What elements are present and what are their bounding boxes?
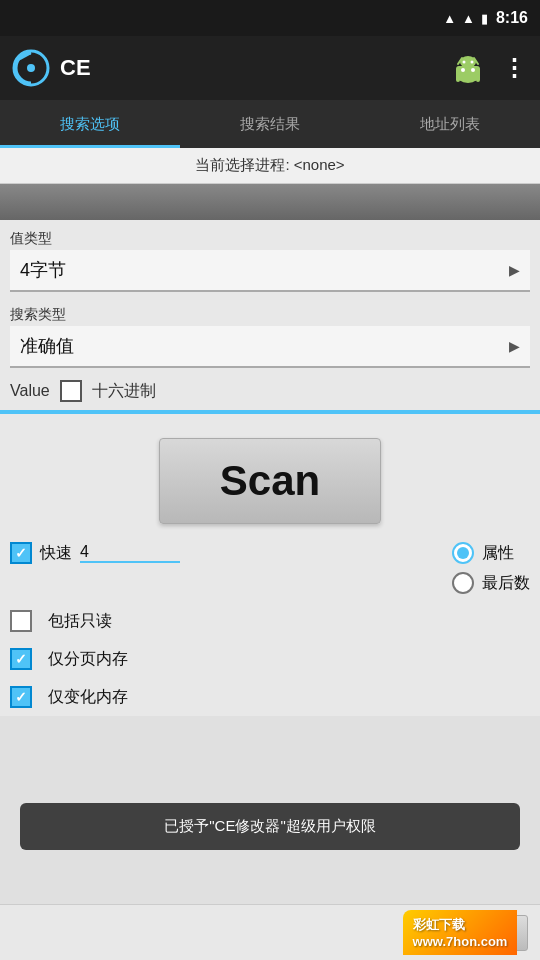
- fast-label: 快速: [40, 543, 72, 564]
- content-area: 当前选择进程: <none> 值类型 4字节 ▶ 搜索类型 准确值 ▶ Valu…: [0, 148, 540, 716]
- app-bar-left: CE: [12, 49, 91, 87]
- svg-point-5: [461, 68, 465, 72]
- include-readonly-row: 包括只读: [10, 606, 530, 636]
- watermark: 彩虹下载www.7hon.com: [380, 904, 540, 960]
- page-memory-row: 仅分页内存: [10, 644, 530, 674]
- search-type-dropdown[interactable]: 准确值 ▶: [10, 326, 530, 368]
- options-section: 快速 属性 最后数: [0, 534, 540, 602]
- readonly-option-row: 包括只读: [0, 602, 540, 640]
- scan-button[interactable]: Scan: [159, 438, 381, 524]
- tab-search-results[interactable]: 搜索结果: [180, 100, 360, 148]
- include-readonly-label: 包括只读: [48, 611, 112, 632]
- tab-search-options[interactable]: 搜索选项: [0, 100, 180, 148]
- app-bar-right: ⋮: [452, 52, 528, 84]
- tab-bar: 搜索选项 搜索结果 地址列表: [0, 100, 540, 148]
- svg-point-11: [471, 61, 474, 64]
- svg-point-10: [463, 61, 466, 64]
- change-memory-checkbox[interactable]: [10, 686, 32, 708]
- watermark-text: 彩虹下载www.7hon.com: [413, 916, 508, 949]
- scan-section: Scan: [0, 418, 540, 534]
- value-type-section: 值类型 4字节 ▶: [0, 220, 540, 292]
- slider-bar[interactable]: [0, 184, 540, 220]
- change-memory-label: 仅变化内存: [48, 687, 128, 708]
- last-number-label: 最后数: [482, 573, 530, 594]
- app-logo-icon: [12, 49, 50, 87]
- search-type-label: 搜索类型: [10, 306, 530, 324]
- status-icons: ▲ ▲ ▮: [443, 11, 488, 26]
- value-checkbox[interactable]: [60, 380, 82, 402]
- android-icon[interactable]: [452, 52, 484, 84]
- page-memory-label: 仅分页内存: [48, 649, 128, 670]
- svg-point-6: [471, 68, 475, 72]
- value-type-selected: 4字节: [20, 258, 66, 282]
- change-memory-option-row: 仅变化内存: [0, 678, 540, 716]
- bottom-bar: 重置扫 彩虹下载www.7hon.com: [0, 904, 540, 960]
- fast-checkbox[interactable]: [10, 542, 32, 564]
- toast-notification: 已授予"CE修改器"超级用户权限: [20, 803, 520, 850]
- property-label: 属性: [482, 543, 514, 564]
- left-options: 快速: [10, 542, 180, 564]
- value-type-dropdown[interactable]: 4字节 ▶: [10, 250, 530, 292]
- change-memory-row: 仅变化内存: [10, 682, 530, 712]
- value-type-label: 值类型: [10, 230, 530, 248]
- page-memory-checkbox[interactable]: [10, 648, 32, 670]
- status-time: 8:16: [496, 9, 528, 27]
- tab-address-list[interactable]: 地址列表: [360, 100, 540, 148]
- battery-icon: ▮: [481, 11, 488, 26]
- svg-rect-12: [456, 74, 460, 82]
- last-number-radio[interactable]: [452, 572, 474, 594]
- svg-point-1: [27, 64, 35, 72]
- svg-rect-13: [476, 74, 480, 82]
- app-title: CE: [60, 55, 91, 81]
- toast-text: 已授予"CE修改器"超级用户权限: [164, 817, 376, 834]
- more-options-icon[interactable]: ⋮: [502, 54, 528, 82]
- hex-label: 十六进制: [92, 381, 156, 402]
- fast-option-row: 快速: [10, 542, 180, 564]
- process-selector-bar[interactable]: 当前选择进程: <none>: [0, 148, 540, 184]
- app-bar: CE ⋮: [0, 36, 540, 100]
- value-label: Value: [10, 382, 50, 400]
- value-row: Value 十六进制: [0, 372, 540, 410]
- fast-value-input[interactable]: [80, 543, 180, 563]
- right-options: 属性 最后数: [452, 542, 530, 594]
- signal-icon: ▲: [462, 11, 475, 26]
- wifi-icon: ▲: [443, 11, 456, 26]
- process-text: 当前选择进程: <none>: [195, 156, 344, 173]
- last-number-radio-row: 最后数: [452, 572, 530, 594]
- status-bar: ▲ ▲ ▮ 8:16: [0, 0, 540, 36]
- search-type-selected: 准确值: [20, 334, 74, 358]
- property-radio-row: 属性: [452, 542, 530, 564]
- include-readonly-checkbox[interactable]: [10, 610, 32, 632]
- svg-point-9: [460, 56, 476, 68]
- search-type-section: 搜索类型 准确值 ▶: [0, 296, 540, 368]
- search-type-arrow-icon: ▶: [509, 338, 520, 354]
- page-memory-option-row: 仅分页内存: [0, 640, 540, 678]
- value-type-arrow-icon: ▶: [509, 262, 520, 278]
- property-radio[interactable]: [452, 542, 474, 564]
- value-input-underline: [0, 410, 540, 414]
